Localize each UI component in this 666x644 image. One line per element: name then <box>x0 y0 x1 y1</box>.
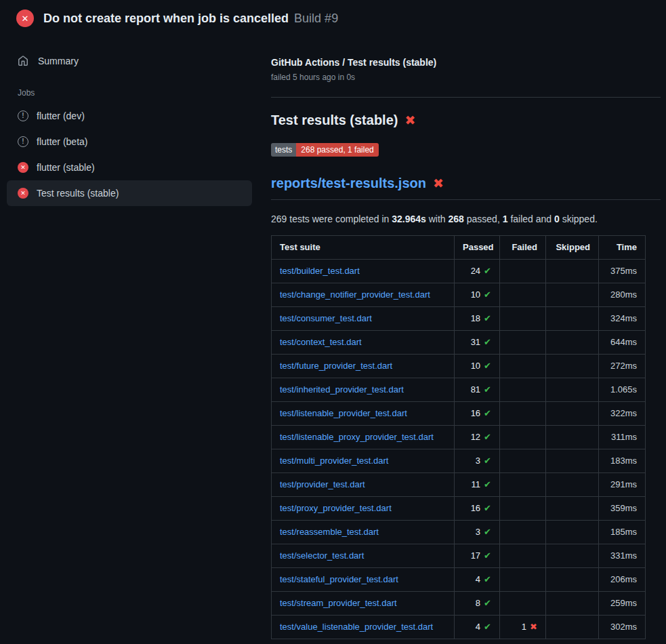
table-row: test/reassemble_test.dart3✔185ms <box>272 521 646 544</box>
suite-cell: test/selector_test.dart <box>272 544 455 568</box>
passed-count: 8 <box>476 598 480 608</box>
table-row: test/stateful_provider_test.dart4✔206ms <box>272 568 646 592</box>
skipped-cell <box>546 355 599 378</box>
tests-badge: tests 268 passed, 1 failed <box>271 143 379 157</box>
time-cell: 185ms <box>599 521 646 544</box>
table-body: test/builder_test.dart24✔375mstest/chang… <box>272 260 646 639</box>
suite-cell: test/value_listenable_provider_test.dart <box>272 616 455 639</box>
test-suite-link[interactable]: test/context_test.dart <box>280 337 362 347</box>
skipped-cell <box>546 378 599 402</box>
test-suite-link[interactable]: test/reassemble_test.dart <box>280 527 379 537</box>
table-row: test/provider_test.dart11✔291ms <box>272 473 646 497</box>
time-cell: 644ms <box>599 331 646 355</box>
test-suite-link[interactable]: test/provider_test.dart <box>280 479 365 489</box>
passed-count: 10 <box>471 289 480 300</box>
table-row: test/proxy_provider_test.dart16✔359ms <box>272 497 646 521</box>
failed-status-icon: ✕ <box>16 9 34 27</box>
summary-text: skipped. <box>560 214 598 224</box>
test-suite-link[interactable]: test/value_listenable_provider_test.dart <box>280 622 433 632</box>
failed-cell <box>500 592 546 616</box>
time-cell: 206ms <box>599 568 646 592</box>
passed-count: 11 <box>472 479 481 489</box>
failed-cell <box>500 378 546 402</box>
table-row: test/change_notifier_provider_test.dart1… <box>272 283 646 307</box>
table-row: test/value_listenable_provider_test.dart… <box>272 616 646 639</box>
sidebar-item-flutter-dev[interactable]: !flutter (dev) <box>7 103 252 129</box>
test-suite-link[interactable]: test/listenable_provider_test.dart <box>280 408 407 418</box>
passed-cell: 10✔ <box>455 355 500 378</box>
failed-cell <box>500 544 546 568</box>
failed-cell: 1✖ <box>500 616 546 639</box>
check-icon: ✔ <box>484 527 491 537</box>
time-cell: 259ms <box>599 592 646 616</box>
check-icon: ✔ <box>484 598 491 608</box>
test-suite-link[interactable]: test/consumer_test.dart <box>280 313 372 323</box>
passed-cell: 3✔ <box>455 521 500 544</box>
suite-cell: test/listenable_provider_test.dart <box>272 402 455 426</box>
test-suite-link[interactable]: test/stream_provider_test.dart <box>280 598 397 608</box>
suite-cell: test/context_test.dart <box>272 331 455 355</box>
failed-cell <box>500 473 546 497</box>
failed-cell <box>500 307 546 331</box>
total-time: 32.964s <box>392 214 426 224</box>
sidebar-item-label: flutter (stable) <box>37 162 95 173</box>
failed-x-icon: ✖ <box>433 177 444 190</box>
sidebar-item-test-results-stable[interactable]: ✕Test results (stable) <box>7 180 252 206</box>
passed-cell: 17✔ <box>455 544 500 568</box>
sidebar-item-flutter-beta[interactable]: !flutter (beta) <box>7 129 252 155</box>
page-title: Do not create report when job is cancell… <box>43 12 289 26</box>
badge-value: 268 passed, 1 failed <box>296 143 378 157</box>
column-header: Test suite <box>272 236 455 260</box>
skipped-cell <box>546 568 599 592</box>
test-suite-link[interactable]: test/listenable_proxy_provider_test.dart <box>280 432 434 442</box>
sidebar-item-flutter-stable[interactable]: ✕flutter (stable) <box>7 155 252 180</box>
table-row: test/listenable_proxy_provider_test.dart… <box>272 426 646 449</box>
time-cell: 375ms <box>599 260 646 283</box>
test-suite-link[interactable]: test/stateful_provider_test.dart <box>280 574 398 584</box>
passed-count: 81 <box>471 384 480 395</box>
skipped-cell <box>546 449 599 473</box>
failed-cell <box>500 283 546 307</box>
time-cell: 331ms <box>599 544 646 568</box>
failed-cell <box>500 260 546 283</box>
suite-cell: test/inherited_provider_test.dart <box>272 378 455 402</box>
test-suite-link[interactable]: test/future_provider_test.dart <box>280 361 392 371</box>
test-suite-link[interactable]: test/change_notifier_provider_test.dart <box>280 289 430 300</box>
test-suite-link[interactable]: test/inherited_provider_test.dart <box>280 384 404 395</box>
cross-icon: ✖ <box>530 622 537 632</box>
build-number: Build #9 <box>294 12 338 26</box>
skipped-cell <box>546 283 599 307</box>
skipped-cell <box>546 260 599 283</box>
check-icon: ✔ <box>484 266 491 276</box>
passed-count: 16 <box>471 408 480 418</box>
divider <box>271 97 661 98</box>
jobs-list: !flutter (dev)!flutter (beta)✕flutter (s… <box>7 103 252 206</box>
check-icon: ✔ <box>484 456 491 466</box>
failed-cell <box>500 331 546 355</box>
section-title: Test results (stable) <box>271 113 398 128</box>
skipped-cell <box>546 544 599 568</box>
test-suite-link[interactable]: test/proxy_provider_test.dart <box>280 503 392 513</box>
section-title-row: Test results (stable) ✖ <box>271 113 661 128</box>
test-suite-link[interactable]: test/selector_test.dart <box>280 550 364 561</box>
test-results-table: Test suitePassedFailedSkippedTime test/b… <box>271 235 646 639</box>
passed-cell: 10✔ <box>455 283 500 307</box>
report-title-row: reports/test-results.json ✖ <box>271 176 661 200</box>
test-suite-link[interactable]: test/builder_test.dart <box>280 266 360 276</box>
time-cell: 359ms <box>599 497 646 521</box>
summary-text: passed, <box>464 214 503 224</box>
suite-cell: test/multi_provider_test.dart <box>272 449 455 473</box>
failed-cell <box>500 426 546 449</box>
skipped-cell <box>546 473 599 497</box>
skipped-cell <box>546 426 599 449</box>
test-suite-link[interactable]: test/multi_provider_test.dart <box>280 456 388 466</box>
time-cell: 291ms <box>599 473 646 497</box>
passed-count: 3 <box>476 456 480 466</box>
report-file-link[interactable]: reports/test-results.json <box>271 176 426 191</box>
passed-count: 17 <box>471 550 480 561</box>
failed-icon: ✕ <box>18 188 28 199</box>
passed-cell: 16✔ <box>455 402 500 426</box>
home-icon <box>18 56 28 66</box>
sidebar-item-summary[interactable]: Summary <box>7 47 252 75</box>
passed-count: 4 <box>476 622 480 632</box>
